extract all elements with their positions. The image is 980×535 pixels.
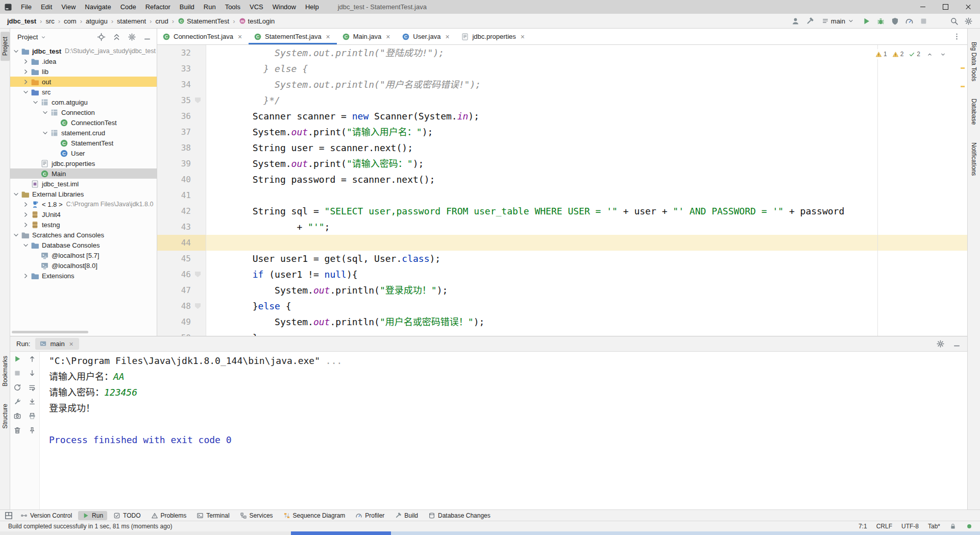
tree-item-scratches-and-consoles[interactable]: Scratches and Consoles — [10, 230, 157, 240]
code-line[interactable]: 43 + "'"; — [157, 219, 967, 235]
tree-item-jdbc-test[interactable]: jdbc_testD:\Study\c_java_study\jdbc_test — [10, 46, 157, 56]
editor-code[interactable]: 32 System.out.println("登陆成功!");33 } else… — [157, 45, 967, 336]
tree-item-statementtest[interactable]: CStatementTest — [10, 138, 157, 148]
fold-marker-icon[interactable] — [195, 98, 201, 103]
toolwindow-services[interactable]: Services — [236, 511, 277, 520]
line-separator[interactable]: CRLF — [876, 523, 892, 530]
tree-item-testng[interactable]: testng — [10, 220, 157, 230]
restore-layout-button[interactable] — [12, 382, 22, 392]
close-tab-icon[interactable] — [68, 341, 75, 348]
prev-problem-button[interactable] — [925, 50, 934, 58]
stop-button[interactable] — [12, 368, 22, 378]
chevron-right-icon[interactable] — [22, 221, 30, 229]
soft-wrap-button[interactable] — [27, 382, 37, 392]
run-button[interactable] — [861, 15, 872, 27]
line-number[interactable]: 37 — [157, 124, 191, 140]
hammer-button[interactable] — [804, 15, 816, 27]
user-button[interactable] — [790, 15, 801, 27]
next-problem-button[interactable] — [939, 50, 947, 58]
indent-style[interactable]: Tab* — [928, 523, 940, 530]
run-config-selector[interactable]: main — [819, 16, 857, 26]
pin-button[interactable] — [27, 425, 37, 435]
toolwindow-version-control[interactable]: Version Control — [16, 511, 76, 520]
toolwindow-terminal[interactable]: Terminal — [192, 511, 233, 520]
code-line[interactable]: 37 System.out.print("请输入用户名："); — [157, 124, 967, 140]
breadcrumb-src[interactable]: src — [44, 16, 55, 26]
chevron-down-icon[interactable] — [22, 88, 30, 96]
tree-item-lib[interactable]: lib — [10, 66, 157, 77]
menu-view[interactable]: View — [57, 0, 80, 14]
tree-item-connection[interactable]: Connection — [10, 107, 157, 117]
dump-threads-button[interactable] — [12, 411, 22, 421]
tree-item-idea[interactable]: .idea — [10, 56, 157, 66]
stripe-bookmarks[interactable]: Bookmarks — [1, 351, 10, 392]
menu-code[interactable]: Code — [116, 0, 141, 14]
editor-tab-user-java[interactable]: CUser.java — [397, 29, 456, 44]
chevron-down-icon[interactable] — [41, 109, 49, 116]
tree-item-src[interactable]: src — [10, 87, 157, 97]
line-number[interactable]: 50 — [157, 330, 191, 336]
line-number[interactable]: 33 — [157, 61, 191, 77]
menu-help[interactable]: Help — [301, 0, 324, 14]
line-number[interactable]: 35 — [157, 92, 191, 108]
stripe-project[interactable]: Project — [1, 32, 10, 61]
chevron-down-icon[interactable] — [12, 231, 20, 239]
chevron-down-icon[interactable] — [32, 99, 39, 106]
line-number[interactable]: 47 — [157, 282, 191, 298]
line-number[interactable]: 32 — [157, 45, 191, 61]
tree-item-extensions[interactable]: Extensions — [10, 271, 157, 281]
code-line[interactable]: 46 if (user1 != null){ — [157, 266, 967, 282]
breadcrumb-testlogin[interactable]: mtestLogin — [238, 16, 276, 26]
tool-window-switcher-icon[interactable] — [4, 511, 13, 520]
write-access-lock-icon[interactable] — [949, 523, 957, 530]
rerun-button[interactable] — [12, 354, 22, 363]
menu-file[interactable]: File — [16, 0, 36, 14]
close-tab-icon[interactable] — [236, 33, 243, 40]
minimize-button[interactable] — [911, 0, 934, 14]
tree-item-junit4[interactable]: JUnit4 — [10, 209, 157, 220]
tree-item-out[interactable]: out — [10, 77, 157, 87]
close-window-button[interactable] — [957, 0, 980, 14]
line-number[interactable]: 49 — [157, 314, 191, 330]
code-line[interactable]: 41 — [157, 187, 967, 203]
menu-window[interactable]: Window — [268, 0, 301, 14]
chevron-right-icon[interactable] — [22, 211, 30, 218]
code-line[interactable]: 50 } — [157, 330, 967, 336]
breadcrumb-jdbc-test[interactable]: jdbc_test — [6, 16, 37, 26]
menu-tools[interactable]: Tools — [220, 0, 245, 14]
line-number[interactable]: 43 — [157, 219, 191, 235]
scroll-to-end-button[interactable] — [27, 397, 37, 406]
hide-button[interactable] — [951, 338, 962, 350]
toolwindow-profiler[interactable]: Profiler — [351, 511, 388, 520]
code-line[interactable]: 49 System.out.println("用户名或密码错误！"); — [157, 314, 967, 330]
line-number[interactable]: 45 — [157, 251, 191, 266]
ide-status-icon[interactable] — [966, 523, 973, 530]
stripe-database[interactable]: Database — [969, 93, 978, 130]
breadcrumb-com[interactable]: com — [63, 16, 78, 26]
tree-item-jdbc-properties[interactable]: jdbc.properties — [10, 158, 157, 168]
close-tab-icon[interactable] — [384, 33, 391, 40]
clear-button[interactable] — [12, 425, 22, 435]
code-line[interactable]: 32 System.out.println("登陆成功!"); — [157, 45, 967, 61]
collapse-button[interactable] — [111, 32, 122, 43]
menu-edit[interactable]: Edit — [36, 0, 57, 14]
tree-item-localhost-8-0[interactable]: @localhost[8.0] — [10, 260, 157, 271]
code-line[interactable]: 48 }else { — [157, 298, 967, 314]
editor-tab-main-java[interactable]: CMain.java — [337, 29, 397, 44]
menu-run[interactable]: Run — [199, 0, 220, 14]
line-number[interactable]: 38 — [157, 140, 191, 156]
chevron-right-icon[interactable] — [22, 272, 30, 280]
menu-navigate[interactable]: Navigate — [80, 0, 115, 14]
chevron-right-icon[interactable] — [22, 78, 30, 86]
editor-tab-statementtest-java[interactable]: CStatementTest.java — [249, 29, 337, 44]
stripe-notifications[interactable]: Notifications — [969, 137, 978, 181]
line-number[interactable]: 39 — [157, 156, 191, 172]
settings-button[interactable] — [935, 338, 946, 350]
tree-item-connectiontest[interactable]: CConnectionTest — [10, 117, 157, 128]
line-number[interactable]: 34 — [157, 77, 191, 92]
horizontal-scrollbar[interactable] — [12, 331, 88, 333]
locate-button[interactable] — [95, 32, 107, 43]
chevron-right-icon[interactable] — [22, 68, 30, 76]
coverage-button[interactable] — [889, 15, 900, 27]
toolwindow-todo[interactable]: TODO — [109, 511, 144, 520]
